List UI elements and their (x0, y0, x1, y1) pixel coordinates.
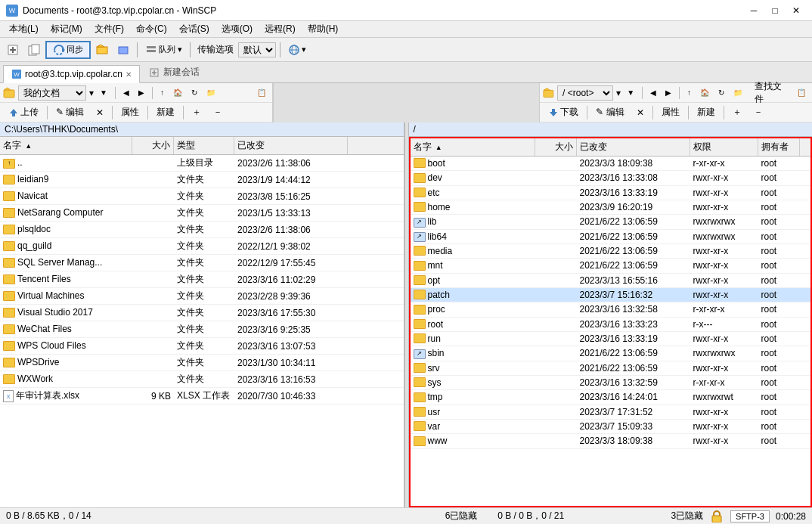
right-file-row[interactable]: ↗lib64 2021/6/22 13:06:59 rwxrwxrwx root (411, 230, 811, 244)
right-add-btn[interactable]: 📁 (730, 87, 745, 98)
right-forward-btn[interactable]: ▶ (662, 87, 674, 98)
menu-options[interactable]: 选项(O) (215, 21, 259, 37)
right-download-btn[interactable]: 下载 (543, 104, 584, 120)
left-col-type[interactable]: 类型 (174, 137, 234, 154)
right-file-row[interactable]: home 2023/3/9 16:20:19 rwxr-xr-x root (411, 200, 811, 215)
left-file-list[interactable]: 名字 ▲ 大小 类型 已改变 ↑.. 上级目录 2023/2/6 11:38:0… (0, 137, 404, 507)
left-file-row[interactable]: plsqldoc 文件夹 2023/2/6 11:38:06 (0, 222, 404, 238)
menu-help[interactable]: 帮助(H) (302, 21, 345, 37)
right-plus-btn[interactable]: ＋ (727, 104, 747, 120)
menu-remote[interactable]: 远程(R) (259, 21, 302, 37)
menu-command[interactable]: 命令(C) (130, 21, 173, 37)
left-file-row[interactable]: X年审计算表.xlsx 9 KB XLSX 工作表 2020/7/30 10:4… (0, 388, 404, 405)
toolbar-btn-2[interactable] (24, 42, 44, 58)
left-path-select[interactable]: 我的文档 (18, 85, 86, 101)
right-home-btn[interactable]: 🏠 (697, 87, 712, 98)
right-new-btn[interactable]: 新建 (692, 104, 721, 120)
right-props-btn[interactable]: 属性 (656, 104, 685, 120)
right-file-row[interactable]: usr 2023/3/7 17:31:52 rwxr-xr-x root (411, 405, 811, 420)
right-minus-btn[interactable]: － (748, 104, 768, 120)
left-col-modified[interactable]: 已改变 (234, 137, 348, 154)
right-file-row[interactable]: opt 2023/3/13 16:55:16 rwxr-xr-x root (411, 274, 811, 288)
left-file-row[interactable]: qq_guild 文件夹 2022/12/1 9:38:02 (0, 238, 404, 255)
left-file-row[interactable]: leidian9 文件夹 2023/1/9 14:44:12 (0, 172, 404, 188)
left-add-btn[interactable]: 📁 (203, 87, 218, 98)
right-file-row[interactable]: tmp 2023/3/16 14:24:01 rwxrwxrwt root (411, 390, 811, 405)
right-refresh-btn[interactable]: ↻ (715, 87, 727, 98)
left-file-row[interactable]: SQL Server Manag... 文件夹 2022/12/9 17:55:… (0, 255, 404, 271)
tab-close-button[interactable]: ✕ (126, 70, 132, 79)
right-file-row[interactable]: media 2021/6/22 13:06:59 rwxr-xr-x root (411, 244, 811, 259)
left-col-name[interactable]: 名字 ▲ (0, 137, 132, 154)
left-col-size[interactable]: 大小 (132, 137, 174, 154)
right-file-row[interactable]: ↗lib 2021/6/22 13:06:59 rwxrwxrwx root (411, 215, 811, 229)
left-file-row[interactable]: WPSDrive 文件夹 2023/1/30 10:34:11 (0, 355, 404, 371)
left-forward-btn[interactable]: ▶ (135, 87, 147, 98)
maximize-button[interactable]: □ (765, 3, 785, 18)
menu-mark[interactable]: 标记(M) (45, 21, 88, 37)
right-col-name[interactable]: 名字 ▲ (411, 138, 535, 156)
right-file-row[interactable]: srv 2021/6/22 13:06:59 rwxr-xr-x root (411, 361, 811, 376)
right-file-row[interactable]: run 2023/3/16 13:33:19 rwxr-xr-x root (411, 332, 811, 346)
right-col-size[interactable]: 大小 (535, 138, 577, 156)
queue-button[interactable]: 队列 ▾ (141, 42, 186, 58)
right-delete-btn[interactable]: ✕ (631, 106, 649, 119)
left-plus-btn[interactable]: ＋ (187, 104, 206, 120)
right-col-perms[interactable]: 权限 (690, 138, 758, 156)
right-up-btn[interactable]: ↑ (684, 87, 694, 98)
left-file-row[interactable]: NetSarang Computer 文件夹 2023/1/5 13:33:13 (0, 205, 404, 222)
sync-button[interactable]: 同步 (45, 41, 91, 59)
left-extra-btn[interactable]: 📋 (254, 87, 269, 98)
left-props-btn[interactable]: 属性 (116, 104, 144, 120)
left-file-row[interactable]: ↑.. 上级目录 2023/2/6 11:38:06 (0, 155, 404, 172)
right-file-row[interactable]: root 2023/3/16 13:33:23 r-x--- root (411, 318, 811, 332)
right-edit-btn[interactable]: ✎ 编辑 (590, 104, 629, 120)
minimize-button[interactable]: ─ (744, 3, 764, 18)
right-extra-btn[interactable]: 📋 (794, 87, 809, 98)
left-up-btn[interactable]: ↑ (157, 87, 167, 98)
globe-button[interactable]: ▾ (284, 42, 310, 58)
left-new-btn[interactable]: 新建 (151, 104, 180, 120)
toolbar-btn-3[interactable] (92, 42, 112, 58)
left-upload-btn[interactable]: 上传 (3, 104, 44, 120)
close-button[interactable]: ✕ (786, 3, 806, 18)
right-file-row[interactable]: proc 2023/3/16 13:32:58 r-xr-xr-x root (411, 302, 811, 317)
left-file-row[interactable]: WPS Cloud Files 文件夹 2023/3/16 13:07:53 (0, 338, 404, 355)
right-file-row[interactable]: etc 2023/3/16 13:33:19 rwxr-xr-x root (411, 186, 811, 200)
left-file-row[interactable]: WXWork 文件夹 2023/3/16 13:16:53 (0, 371, 404, 388)
toolbar-btn-1[interactable] (3, 42, 23, 58)
left-home-btn[interactable]: 🏠 (170, 87, 185, 98)
right-file-row[interactable]: mnt 2021/6/22 13:06:59 rwxr-xr-x root (411, 259, 811, 273)
right-col-modified[interactable]: 已改变 (577, 138, 690, 156)
menu-local[interactable]: 本地(L) (3, 21, 45, 37)
right-file-list[interactable]: 名字 ▲ 大小 已改变 权限 拥有者 boot 2023/3/3 18:09:3… (411, 138, 811, 506)
left-file-row[interactable]: Visual Studio 2017 文件夹 2023/3/16 17:55:3… (0, 305, 404, 321)
new-session-button[interactable]: 新建会话 (141, 62, 208, 82)
right-file-row[interactable]: sys 2023/3/16 13:32:59 r-xr-xr-x root (411, 376, 811, 390)
menu-session[interactable]: 会话(S) (173, 21, 215, 37)
right-file-row[interactable]: boot 2023/3/3 18:09:38 r-xr-xr-x root (411, 157, 811, 171)
left-refresh-btn[interactable]: ↻ (188, 87, 200, 98)
left-back-btn[interactable]: ◀ (120, 87, 132, 98)
right-file-row[interactable]: var 2023/3/7 15:09:33 rwxr-xr-x root (411, 420, 811, 434)
tab-active[interactable]: W root@3.tcp.vip.cpolar.cn ✕ (3, 65, 140, 83)
left-file-row[interactable]: Virtual Machines 文件夹 2023/2/28 9:39:36 (0, 288, 404, 305)
right-path-select[interactable]: / <root> (557, 85, 613, 101)
right-file-row[interactable]: patch 2023/3/7 15:16:32 rwxr-xr-x root (411, 288, 811, 302)
left-minus-btn[interactable]: － (208, 104, 228, 120)
right-file-row[interactable]: ↗sbin 2021/6/22 13:06:59 rwxrwxrwx root (411, 346, 811, 361)
left-edit-btn[interactable]: ✎ 编辑 (51, 104, 89, 120)
left-filter-btn[interactable]: ▼ (97, 87, 110, 98)
toolbar-btn-4[interactable] (113, 42, 133, 58)
transfer-default-select[interactable]: 默认 (238, 42, 276, 57)
left-file-row[interactable]: WeChat Files 文件夹 2023/3/16 9:25:35 (0, 321, 404, 338)
left-file-row[interactable]: Navicat 文件夹 2023/3/8 15:16:25 (0, 188, 404, 205)
left-delete-btn[interactable]: ✕ (91, 106, 109, 119)
menu-file[interactable]: 文件(F) (88, 21, 130, 37)
right-filter-btn[interactable]: ▼ (624, 87, 637, 98)
right-file-row[interactable]: www 2023/3/3 18:09:38 rwxr-xr-x root (411, 434, 811, 448)
right-file-row[interactable]: dev 2023/3/16 13:33:08 rwxr-xr-x root (411, 171, 811, 185)
right-col-owner[interactable]: 拥有者 (758, 138, 800, 156)
left-file-row[interactable]: Tencent Files 文件夹 2023/3/16 11:02:29 (0, 271, 404, 288)
right-back-btn[interactable]: ◀ (647, 87, 659, 98)
